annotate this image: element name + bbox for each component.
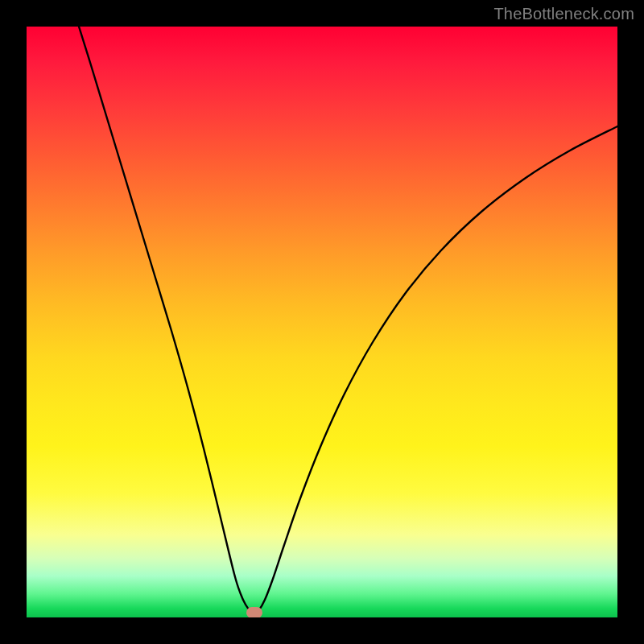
bottleneck-curve (27, 27, 617, 617)
chart-frame: TheBottleneck.com (0, 0, 644, 644)
plot-area (27, 27, 617, 617)
watermark-text: TheBottleneck.com (493, 5, 634, 23)
optimal-point-marker (246, 607, 262, 617)
